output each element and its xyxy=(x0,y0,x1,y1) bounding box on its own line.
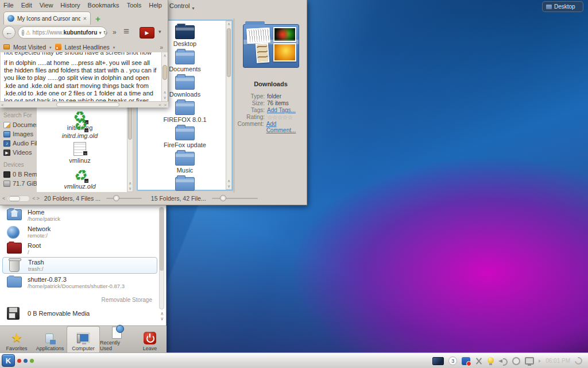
show-desktop-icon[interactable] xyxy=(432,357,444,365)
bookmark-most-visited[interactable]: Most Visited xyxy=(13,44,46,51)
menu-bookmarks[interactable]: Bookmarks xyxy=(88,2,119,10)
url-field[interactable]: i ⚠ https://www. kubuntuforu ▾ ↻ xyxy=(18,26,107,39)
video-download-extension-button[interactable]: ▶ xyxy=(140,27,154,39)
tab-close-icon[interactable]: × xyxy=(83,15,87,22)
folder-partial[interactable] xyxy=(145,177,225,192)
scroll-up-icon[interactable]: ∧ xyxy=(162,53,168,58)
kickoff-item-shutter[interactable]: shutter-0.87.3 /home/patrick/Documents/s… xyxy=(2,274,157,291)
menu-file[interactable]: File xyxy=(3,2,14,10)
scroll-right-icon[interactable]: > xyxy=(164,103,167,108)
places-item-videos[interactable]: ▶ Videos xyxy=(3,149,37,156)
scroll-left-icon[interactable]: < xyxy=(158,103,161,108)
home-folder-icon xyxy=(7,209,22,222)
prop-label: Comment: xyxy=(235,121,266,133)
scroll-up-icon[interactable]: ∧ xyxy=(226,22,231,26)
tray-badge-count[interactable]: 3 xyxy=(448,356,457,365)
kickoff-scroll-arrows[interactable]: ∧ ∨ xyxy=(160,311,164,321)
add-comment-link[interactable]: Add Comment... xyxy=(266,121,307,133)
desktop-widget-label: Desktop xyxy=(554,3,575,10)
bookmarks-overflow-icon[interactable]: » xyxy=(160,44,163,51)
desktop-folderview-widget[interactable]: Desktop xyxy=(542,1,583,12)
kickoff-tab-recently-used[interactable]: Recently Used xyxy=(100,326,133,353)
trash-icon xyxy=(7,259,22,272)
file-vmlinuz[interactable]: → vmlinuz xyxy=(40,142,120,164)
scroll-up-icon[interactable]: ∧ xyxy=(226,179,231,183)
kickoff-item-removable-media[interactable]: 0 B Removable Media xyxy=(2,305,157,321)
kickoff-scrollbar[interactable] xyxy=(159,207,164,309)
reload-icon[interactable]: ↻ xyxy=(103,30,108,36)
kmenu-launcher-button[interactable]: K xyxy=(2,354,15,367)
scroll-left-icon[interactable]: < xyxy=(32,196,35,201)
folder-music[interactable]: Music xyxy=(145,152,225,174)
kickoff-item-trash[interactable]: Trash trash:/ xyxy=(2,257,157,274)
menu-history[interactable]: History xyxy=(60,2,80,10)
star-icon: ★ xyxy=(11,332,22,344)
klipper-scissors-icon[interactable] xyxy=(475,357,483,365)
file-initrd-img-old[interactable]: ♻→ initrd.img.old xyxy=(40,117,120,139)
places-item-audio-files[interactable]: ♪ Audio Files xyxy=(3,140,37,147)
back-button[interactable]: ← xyxy=(2,26,16,39)
kickoff-tab-leave[interactable]: Leave xyxy=(133,326,167,353)
dolphin-control-button[interactable]: Control ▾ xyxy=(169,2,194,9)
url-dropdown-icon[interactable]: ▾ xyxy=(99,30,102,36)
chevron-down-icon[interactable]: ▾ xyxy=(158,29,161,34)
menu-edit[interactable]: Edit xyxy=(21,2,32,10)
menu-panel-icon[interactable]: ≡ xyxy=(123,26,129,37)
file-vmlinuz-old[interactable]: ♻→ vmlinuz.old xyxy=(40,168,120,190)
kickoff-item-root[interactable]: Root / xyxy=(2,240,157,257)
activity-dot-red[interactable] xyxy=(17,359,21,363)
power-icon xyxy=(144,332,156,344)
scroll-up-icon[interactable]: ∧ xyxy=(127,181,133,186)
activity-dot-blue[interactable] xyxy=(24,359,28,363)
places-item-images[interactable]: Images xyxy=(3,131,37,137)
tab-label: Recently Used xyxy=(100,340,133,351)
scroll-left-icon[interactable]: < xyxy=(1,103,4,108)
places-item-harddrive[interactable]: 71.7 GiB Har xyxy=(3,180,37,187)
volume-icon[interactable] xyxy=(498,357,508,365)
device-notifier-icon[interactable] xyxy=(512,357,520,365)
places-item-documents[interactable]: Documents xyxy=(3,121,37,128)
scroll-up-icon[interactable]: ∧ xyxy=(162,90,168,95)
tray-collapse-arrow-icon[interactable] xyxy=(539,359,541,363)
digital-clock[interactable]: 06:01 PM xyxy=(546,358,570,364)
identity-icon[interactable]: i xyxy=(22,30,24,36)
new-tab-button[interactable]: + xyxy=(95,15,100,23)
bookmark-latest-headlines[interactable]: Latest Headlines xyxy=(65,44,110,51)
scroll-down-icon[interactable]: ∨ xyxy=(160,316,164,321)
menu-tools[interactable]: Tools xyxy=(127,2,142,10)
toolbar-overflow-icon[interactable]: » xyxy=(113,28,117,36)
activity-dot-green[interactable] xyxy=(30,359,34,363)
clipped-text-line: not expected may be should have a screen… xyxy=(1,52,161,57)
scroll-down-icon[interactable]: ∨ xyxy=(226,184,231,189)
panel-cashew-icon[interactable] xyxy=(573,355,583,366)
add-tags-link[interactable]: Add Tags... xyxy=(267,107,296,113)
pane2-vertical-scrollbar[interactable]: ∧ ∧ ∨ xyxy=(226,21,232,190)
kickoff-tab-computer[interactable]: Computer xyxy=(67,326,100,353)
folder-label: Downloads xyxy=(169,91,200,98)
display-icon[interactable] xyxy=(525,357,534,365)
scroll-down-icon[interactable]: ∨ xyxy=(162,95,168,100)
content-vertical-scrollbar[interactable]: ∧ ∧ ∨ xyxy=(161,52,168,101)
scroll-up-icon[interactable]: ∧ xyxy=(160,311,164,316)
lightbulb-icon[interactable] xyxy=(488,357,494,363)
pane2-zoom-slider[interactable] xyxy=(212,198,258,199)
folder-label: Music xyxy=(177,167,194,174)
places-item-removable[interactable]: 0 B Remova xyxy=(3,171,37,178)
kickoff-tab-applications[interactable]: Applications xyxy=(33,326,67,353)
menu-help[interactable]: Help xyxy=(149,2,162,10)
content-horizontal-scrollbar[interactable]: < < > xyxy=(0,101,168,108)
computer-icon xyxy=(77,333,90,344)
scroll-down-icon[interactable]: ∨ xyxy=(127,186,133,191)
scroll-left-icon[interactable]: < xyxy=(2,196,5,201)
folder-firefox-update[interactable]: FireFox update xyxy=(145,126,225,148)
update-notifier-icon[interactable] xyxy=(462,357,470,365)
pane1-horizontal-scrollbar[interactable] xyxy=(7,195,30,202)
menu-view[interactable]: View xyxy=(40,2,53,10)
scroll-right-icon[interactable]: > xyxy=(37,196,40,201)
kickoff-item-network[interactable]: Network remote:/ xyxy=(2,224,157,240)
kickoff-item-home[interactable]: Home /home/patrick xyxy=(2,207,157,224)
browser-tab[interactable]: My Icons and Cursor and ... × xyxy=(3,12,91,25)
pane1-zoom-slider[interactable] xyxy=(106,198,142,199)
kickoff-tab-favorites[interactable]: ★ Favorites xyxy=(0,326,33,353)
prop-label: Size: xyxy=(235,100,267,106)
